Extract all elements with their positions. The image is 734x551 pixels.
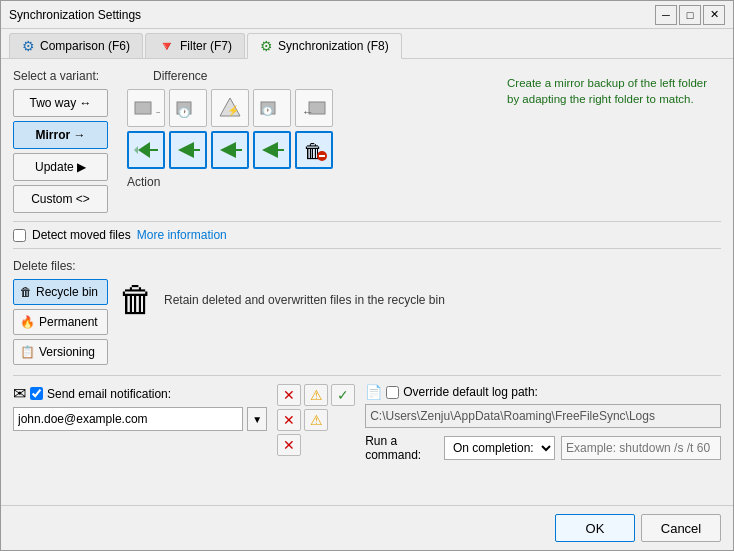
detect-moved-checkbox[interactable]	[13, 229, 26, 242]
titlebar: Synchronization Settings ─ □ ✕	[1, 1, 733, 29]
delete-buttons: Delete files: 🗑 Recycle bin 🔥 Permanent …	[13, 259, 108, 365]
action-icon-1[interactable]	[127, 131, 165, 169]
email-dropdown-button[interactable]: ▼	[247, 407, 267, 431]
tab-sync-label: Synchronization (F8)	[278, 39, 389, 53]
bottom-section: ✉ Send email notification: ▼ ✕ ⚠	[13, 375, 721, 462]
tab-comparison-label: Comparison (F6)	[40, 39, 130, 53]
log-path-input[interactable]	[365, 404, 721, 428]
tab-synchronization[interactable]: ⚙ Synchronization (F8)	[247, 33, 402, 59]
notif-error2-button[interactable]: ✕	[277, 409, 301, 431]
permanent-label: Permanent	[39, 315, 98, 329]
svg-marker-15	[220, 142, 236, 158]
email-input[interactable]	[13, 407, 243, 431]
run-command-row: Run a command: On completion:	[365, 434, 721, 462]
warning-icon: ⚠	[310, 387, 323, 403]
log-icon: 📄	[365, 384, 382, 400]
update-button[interactable]: Update ▶	[13, 153, 108, 181]
action-icon-2[interactable]	[169, 131, 207, 169]
warning2-icon: ⚠	[310, 412, 323, 428]
more-info-link[interactable]: More information	[137, 228, 227, 242]
action-icons-row: 🗑	[123, 131, 491, 169]
notif-row-2: ✕ ⚠	[277, 409, 355, 431]
top-section: Select a variant: Two way ↔ Mirror → Upd…	[13, 69, 721, 213]
minimize-button[interactable]: ─	[655, 5, 677, 25]
action-icon-5[interactable]: 🗑	[295, 131, 333, 169]
email-input-row: ▼	[13, 407, 267, 431]
diff-icon-4[interactable]: 🕐	[253, 89, 291, 127]
variant-section: Select a variant: Two way ↔ Mirror → Upd…	[13, 69, 113, 213]
versioning-button[interactable]: 📋 Versioning	[13, 339, 108, 365]
tab-filter-label: Filter (F7)	[180, 39, 232, 53]
window-title: Synchronization Settings	[9, 8, 655, 22]
svg-text:🕐: 🕐	[262, 105, 274, 117]
email-section: ✉ Send email notification: ▼	[13, 384, 267, 462]
notif-warning-button[interactable]: ⚠	[304, 384, 328, 406]
versioning-label: Versioning	[39, 345, 95, 359]
diff-action-section: Difference → 🕐	[123, 69, 491, 213]
permanent-button[interactable]: 🔥 Permanent	[13, 309, 108, 335]
run-command-select[interactable]: On completion:	[444, 436, 555, 460]
tab-filter[interactable]: 🔻 Filter (F7)	[145, 33, 245, 58]
delete-info: 🗑 Retain deleted and overwritten files i…	[118, 259, 445, 321]
notif-success-button[interactable]: ✓	[331, 384, 355, 406]
svg-rect-0	[135, 102, 151, 114]
window: Synchronization Settings ─ □ ✕ ⚙ Compari…	[0, 0, 734, 551]
detect-moved-label[interactable]: Detect moved files	[32, 228, 131, 242]
log-checkbox[interactable]	[386, 386, 399, 399]
cancel-button[interactable]: Cancel	[641, 514, 721, 542]
description-text: Create a mirror backup of the left folde…	[507, 77, 707, 105]
svg-text:←: ←	[302, 105, 314, 119]
sync-icon: ⚙	[260, 38, 273, 54]
email-icon: ✉	[13, 384, 26, 403]
run-command-label: Run a command:	[365, 434, 438, 462]
diff-icon-2[interactable]: 🕐	[169, 89, 207, 127]
ok-button[interactable]: OK	[555, 514, 635, 542]
close-button[interactable]: ✕	[703, 5, 725, 25]
action-icon-4[interactable]	[253, 131, 291, 169]
maximize-button[interactable]: □	[679, 5, 701, 25]
diff-icon-5[interactable]: ←	[295, 89, 333, 127]
svg-text:🕐: 🕐	[178, 106, 191, 119]
notif-error-button[interactable]: ✕	[277, 384, 301, 406]
notif-extra-button[interactable]: ✕	[277, 434, 301, 456]
log-header: 📄 Override default log path:	[365, 384, 721, 400]
recycle-icon: 🗑	[20, 285, 32, 299]
versioning-icon: 📋	[20, 345, 35, 359]
extra-icon: ✕	[283, 437, 295, 453]
run-command-input[interactable]	[561, 436, 721, 460]
footer: OK Cancel	[1, 505, 733, 550]
titlebar-controls: ─ □ ✕	[655, 5, 725, 25]
custom-button[interactable]: Custom <>	[13, 185, 108, 213]
svg-marker-17	[262, 142, 278, 158]
svg-text:→: →	[154, 105, 160, 119]
notif-warning2-button[interactable]: ⚠	[304, 409, 328, 431]
diff-icon-1[interactable]: →	[127, 89, 165, 127]
variant-label: Select a variant:	[13, 69, 113, 83]
email-checkbox[interactable]	[30, 387, 43, 400]
log-section: 📄 Override default log path: Run a comma…	[365, 384, 721, 462]
action-icon-3[interactable]	[211, 131, 249, 169]
email-header: ✉ Send email notification:	[13, 384, 267, 403]
diff-icon-3[interactable]: ⚡	[211, 89, 249, 127]
recycle-bin-button[interactable]: 🗑 Recycle bin	[13, 279, 108, 305]
recycle-large-icon: 🗑	[118, 279, 154, 321]
success-icon: ✓	[337, 387, 349, 403]
log-label[interactable]: Override default log path:	[403, 385, 538, 399]
tab-comparison[interactable]: ⚙ Comparison (F6)	[9, 33, 143, 58]
detect-row: Detect moved files More information	[13, 221, 721, 249]
email-label[interactable]: Send email notification:	[47, 387, 171, 401]
notif-row-3: ✕	[277, 434, 355, 456]
gear-icon: ⚙	[22, 38, 35, 54]
description-box: Create a mirror backup of the left folde…	[501, 69, 721, 213]
two-way-button[interactable]: Two way ↔	[13, 89, 108, 117]
action-label: Action	[123, 175, 491, 189]
error2-icon: ✕	[283, 412, 295, 428]
mirror-button[interactable]: Mirror →	[13, 121, 108, 149]
tabs: ⚙ Comparison (F6) 🔻 Filter (F7) ⚙ Synchr…	[1, 29, 733, 59]
recycle-label: Recycle bin	[36, 285, 98, 299]
delete-description: Retain deleted and overwritten files in …	[164, 293, 445, 307]
difference-label: Difference	[153, 69, 207, 83]
svg-marker-12	[134, 146, 138, 154]
content: Select a variant: Two way ↔ Mirror → Upd…	[1, 59, 733, 505]
delete-section: Delete files: 🗑 Recycle bin 🔥 Permanent …	[13, 259, 721, 365]
